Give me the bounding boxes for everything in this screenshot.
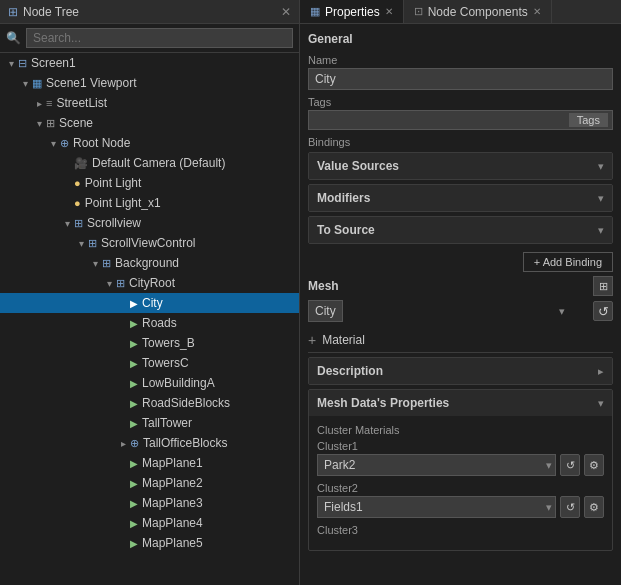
description-header[interactable]: Description	[309, 358, 612, 384]
add-binding-row: + Add Binding	[308, 248, 613, 276]
tree-item-towersc[interactable]: ▶TowersC	[0, 353, 299, 373]
tree-container[interactable]: ⊟Screen1▦Scene1 Viewport≡StreetList⊞Scen…	[0, 53, 299, 585]
tree-item-scrollview[interactable]: ⊞Scrollview	[0, 213, 299, 233]
modifiers-section: Modifiers	[308, 184, 613, 212]
tags-label: Tags	[308, 96, 613, 108]
general-section-title: General	[308, 32, 613, 46]
tree-item-background[interactable]: ⊞Background	[0, 253, 299, 273]
arrow-cityroot[interactable]	[102, 278, 116, 289]
tab-node-components[interactable]: ⊡ Node Components ✕	[404, 0, 552, 23]
right-tabs: ▦ Properties ✕ ⊡ Node Components ✕	[300, 0, 621, 24]
tree-item-defaultcamera[interactable]: 🎥Default Camera (Default)	[0, 153, 299, 173]
tree-item-scrollviewcontrol[interactable]: ⊞ScrollViewControl	[0, 233, 299, 253]
tags-input-area: Tags	[308, 110, 613, 130]
material-plus-icon[interactable]: +	[308, 332, 316, 348]
node-tree-close[interactable]: ✕	[281, 5, 291, 19]
arrow-scene1viewport[interactable]	[18, 78, 32, 89]
node-tree-title: Node Tree	[23, 5, 79, 19]
tree-item-cityroot[interactable]: ⊞CityRoot	[0, 273, 299, 293]
mesh-data-properties-header[interactable]: Mesh Data's Properties	[309, 390, 612, 416]
tree-item-roadsideblocks[interactable]: ▶RoadSideBlocks	[0, 393, 299, 413]
node-components-icon: ⊡	[414, 5, 423, 18]
cluster2-settings-btn[interactable]: ⚙	[584, 496, 604, 518]
tree-item-mapplane3[interactable]: ▶MapPlane3	[0, 493, 299, 513]
icon-rootnode: ⊕	[60, 137, 69, 150]
icon-scrollview: ⊞	[74, 217, 83, 230]
tree-item-mapplane4[interactable]: ▶MapPlane4	[0, 513, 299, 533]
icon-streetlist: ≡	[46, 97, 52, 109]
right-panel: ▦ Properties ✕ ⊡ Node Components ✕ Gener…	[300, 0, 621, 585]
tree-item-talltower[interactable]: ▶TallTower	[0, 413, 299, 433]
main-layout: ⊞ Node Tree ✕ 🔍 ⊟Screen1▦Scene1 Viewport…	[0, 0, 621, 585]
cluster2-reset-btn[interactable]: ↺	[560, 496, 580, 518]
tags-button[interactable]: Tags	[569, 113, 608, 127]
arrow-screen1[interactable]	[4, 58, 18, 69]
mesh-reset-button[interactable]: ↺	[593, 301, 613, 321]
tree-item-towersb[interactable]: ▶Towers_B	[0, 333, 299, 353]
tree-item-city[interactable]: ▶City	[0, 293, 299, 313]
tree-item-mapplane1[interactable]: ▶MapPlane1	[0, 453, 299, 473]
icon-pointlight: ●	[74, 177, 81, 189]
search-input[interactable]	[26, 28, 293, 48]
mesh-grid-icon[interactable]: ⊞	[593, 276, 613, 296]
tree-item-rootnode[interactable]: ⊕Root Node	[0, 133, 299, 153]
label-pointlightx1: Point Light_x1	[85, 196, 161, 210]
arrow-rootnode[interactable]	[46, 138, 60, 149]
mesh-select[interactable]: City	[308, 300, 343, 322]
description-label: Description	[317, 364, 383, 378]
cluster-materials-title: Cluster Materials	[317, 424, 604, 436]
tree-item-pointlightx1[interactable]: ●Point Light_x1	[0, 193, 299, 213]
cluster1-settings-btn[interactable]: ⚙	[584, 454, 604, 476]
tree-item-mapplane2[interactable]: ▶MapPlane2	[0, 473, 299, 493]
label-scrollviewcontrol: ScrollViewControl	[101, 236, 195, 250]
icon-talltower: ▶	[130, 418, 138, 429]
tree-item-roads[interactable]: ▶Roads	[0, 313, 299, 333]
icon-mapplane5: ▶	[130, 538, 138, 549]
arrow-scrollview[interactable]	[60, 218, 74, 229]
node-components-close[interactable]: ✕	[533, 6, 541, 17]
cluster1-select-wrap: Park2 Fields1 City	[317, 454, 556, 476]
node-components-label: Node Components	[428, 5, 528, 19]
arrow-tallofficeblocks[interactable]	[116, 438, 130, 449]
tree-item-mapplane5[interactable]: ▶MapPlane5	[0, 533, 299, 553]
description-section: Description	[308, 357, 613, 385]
icon-pointlightx1: ●	[74, 197, 81, 209]
arrow-background[interactable]	[88, 258, 102, 269]
tree-item-screen1[interactable]: ⊟Screen1	[0, 53, 299, 73]
cluster2-row: Park2 Fields1 City ↺ ⚙	[317, 496, 604, 518]
modifiers-header[interactable]: Modifiers	[309, 185, 612, 211]
arrow-scene[interactable]	[32, 118, 46, 129]
icon-mapplane4: ▶	[130, 518, 138, 529]
label-pointlight: Point Light	[85, 176, 142, 190]
tree-item-scene1viewport[interactable]: ▦Scene1 Viewport	[0, 73, 299, 93]
tree-item-pointlight[interactable]: ●Point Light	[0, 173, 299, 193]
mesh-data-properties-label: Mesh Data's Properties	[317, 396, 449, 410]
material-label: Material	[322, 333, 365, 347]
cluster2-select[interactable]: Park2 Fields1 City	[317, 496, 556, 518]
icon-towersb: ▶	[130, 338, 138, 349]
icon-towersc: ▶	[130, 358, 138, 369]
cluster1-item: Cluster1 Park2 Fields1 City ↺ ⚙	[317, 440, 604, 476]
label-background: Background	[115, 256, 179, 270]
bindings-label: Bindings	[308, 136, 613, 148]
value-sources-header[interactable]: Value Sources	[309, 153, 612, 179]
tree-item-lowbuildinga[interactable]: ▶LowBuildingA	[0, 373, 299, 393]
to-source-header[interactable]: To Source	[309, 217, 612, 243]
name-input[interactable]	[308, 68, 613, 90]
arrow-scrollviewcontrol[interactable]	[74, 238, 88, 249]
tab-properties[interactable]: ▦ Properties ✕	[300, 0, 404, 23]
add-binding-button[interactable]: + Add Binding	[523, 252, 613, 272]
modifiers-label: Modifiers	[317, 191, 370, 205]
tree-item-tallofficeblocks[interactable]: ⊕TallOfficeBlocks	[0, 433, 299, 453]
arrow-streetlist[interactable]	[32, 98, 46, 109]
tree-item-streetlist[interactable]: ≡StreetList	[0, 93, 299, 113]
label-roads: Roads	[142, 316, 177, 330]
cluster2-select-wrap: Park2 Fields1 City	[317, 496, 556, 518]
label-mapplane5: MapPlane5	[142, 536, 203, 550]
tree-item-scene[interactable]: ⊞Scene	[0, 113, 299, 133]
properties-tab-close[interactable]: ✕	[385, 6, 393, 17]
mesh-dropdown-row: City ↺	[308, 300, 613, 322]
cluster1-select[interactable]: Park2 Fields1 City	[317, 454, 556, 476]
cluster1-reset-btn[interactable]: ↺	[560, 454, 580, 476]
name-label: Name	[308, 54, 613, 66]
